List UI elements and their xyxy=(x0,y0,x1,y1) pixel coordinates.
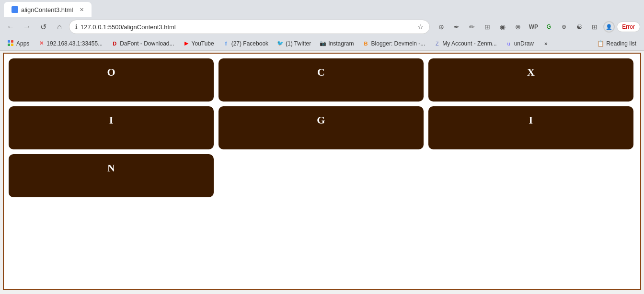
address-bar[interactable]: ℹ 127.0.0.1:5500/alignContent3.html ☆ xyxy=(69,20,430,34)
edit-icon[interactable]: ✏ xyxy=(465,20,479,34)
content-box-0: O xyxy=(9,58,214,102)
svg-rect-2 xyxy=(8,44,10,46)
blogger-icon: B xyxy=(363,40,369,47)
bookmark-instagram-label: Instagram xyxy=(328,40,354,47)
content-box-2: X xyxy=(428,58,633,102)
facebook-icon: f xyxy=(223,40,230,47)
forward-button[interactable]: → xyxy=(20,20,34,34)
bookmark-undraw[interactable]: u unDraw xyxy=(502,39,538,48)
myaccount-icon: Z xyxy=(434,40,440,47)
bookmark-undraw-label: unDraw xyxy=(514,40,534,47)
svg-rect-0 xyxy=(8,40,10,43)
bookmark-dafont-icon: D xyxy=(111,40,118,47)
browser-chrome: alignContent3.html ✕ ← → ↺ ⌂ ℹ 127.0.0.1… xyxy=(0,0,644,51)
tab-favicon xyxy=(12,6,18,13)
back-button[interactable]: ← xyxy=(4,20,17,34)
bookmark-star-icon[interactable]: ☆ xyxy=(417,23,424,31)
svg-rect-3 xyxy=(11,44,13,46)
error-button[interactable]: Error xyxy=(617,22,640,32)
bookmark-dafont-label: DaFont - Download... xyxy=(120,40,174,47)
capture-icon[interactable]: ⊞ xyxy=(481,20,494,34)
content-box-5: I xyxy=(428,106,633,149)
bookmarks-more-button[interactable]: » xyxy=(540,39,552,48)
content-box-1: C xyxy=(218,58,424,102)
page-content: OCXIGIN xyxy=(3,53,641,290)
bookmark-myaccount-label: My Account - Zenm... xyxy=(442,40,496,47)
tab-title: alignContent3.html xyxy=(21,6,73,13)
reload-button[interactable]: ↺ xyxy=(36,20,50,34)
twitter-icon: 🐦 xyxy=(277,40,284,47)
tab-close-icon[interactable]: ✕ xyxy=(80,7,84,13)
tab-bar: alignContent3.html ✕ xyxy=(0,0,644,17)
bookmark-dafont[interactable]: D DaFont - Download... xyxy=(107,39,178,48)
content-box-3: I xyxy=(9,106,214,149)
bookmark-facebook[interactable]: f (27) Facebook xyxy=(219,39,272,48)
content-box-4: G xyxy=(218,106,424,149)
pocket-icon[interactable]: ◉ xyxy=(496,20,509,34)
bookmark-ip-icon: ✕ xyxy=(38,40,45,47)
bookmark-ip-label: 192.168.43.1:33455... xyxy=(46,40,103,47)
adblock-icon[interactable]: ⊗ xyxy=(511,20,525,34)
toolbar-icons: ⊕ ✒ ✏ ⊞ ◉ ⊗ WP G ⊕ ☯ ⊞ 👤 Error xyxy=(435,20,640,34)
profile-icon[interactable]: 👤 xyxy=(603,21,615,33)
bookmark-youtube-label: YouTube xyxy=(192,40,214,47)
bookmark-blogger[interactable]: B Blogger: Devmein -... xyxy=(359,39,429,48)
active-tab[interactable]: alignContent3.html ✕ xyxy=(4,2,92,17)
svg-rect-1 xyxy=(11,40,13,43)
instagram-icon: 📷 xyxy=(320,40,326,47)
ext3-icon[interactable]: ☯ xyxy=(573,20,586,34)
bookmarks-bar: Apps ✕ 192.168.43.1:33455... D DaFont - … xyxy=(0,36,644,51)
undraw-icon: u xyxy=(506,40,512,47)
reading-list-icon: 📋 xyxy=(597,40,604,47)
bookmark-apps-label: Apps xyxy=(16,40,29,47)
apps-grid-icon xyxy=(8,40,14,47)
lock-icon: ℹ xyxy=(75,23,78,30)
youtube-icon: ▶ xyxy=(183,40,190,47)
feather-icon[interactable]: ✒ xyxy=(450,20,463,34)
bookmark-blogger-label: Blogger: Devmein -... xyxy=(371,40,426,47)
bookmark-ip[interactable]: ✕ 192.168.43.1:33455... xyxy=(34,39,106,48)
content-box-6: N xyxy=(9,154,214,197)
bookmark-youtube[interactable]: ▶ YouTube xyxy=(179,39,218,48)
bookmark-myaccount[interactable]: Z My Account - Zenm... xyxy=(430,39,500,48)
extensions-icon[interactable]: ⊕ xyxy=(435,20,448,34)
puzzle-icon[interactable]: ⊞ xyxy=(588,20,601,34)
bookmark-twitter-label: (1) Twitter xyxy=(286,40,311,47)
home-button[interactable]: ⌂ xyxy=(53,20,66,34)
bookmark-twitter[interactable]: 🐦 (1) Twitter xyxy=(273,39,315,48)
bookmark-apps[interactable]: Apps xyxy=(4,39,33,48)
grammarly-icon[interactable]: G xyxy=(542,20,555,34)
bookmark-instagram[interactable]: 📷 Instagram xyxy=(316,39,357,48)
url-text: 127.0.0.1:5500/alignContent3.html xyxy=(80,23,414,31)
wp-icon[interactable]: WP xyxy=(527,20,540,34)
reading-list-label: Reading list xyxy=(606,40,636,47)
reading-list-button[interactable]: 📋 Reading list xyxy=(593,39,640,48)
bookmark-facebook-label: (27) Facebook xyxy=(231,40,268,47)
address-bar-row: ← → ↺ ⌂ ℹ 127.0.0.1:5500/alignContent3.h… xyxy=(0,17,644,36)
ext2-icon[interactable]: ⊕ xyxy=(557,20,571,34)
